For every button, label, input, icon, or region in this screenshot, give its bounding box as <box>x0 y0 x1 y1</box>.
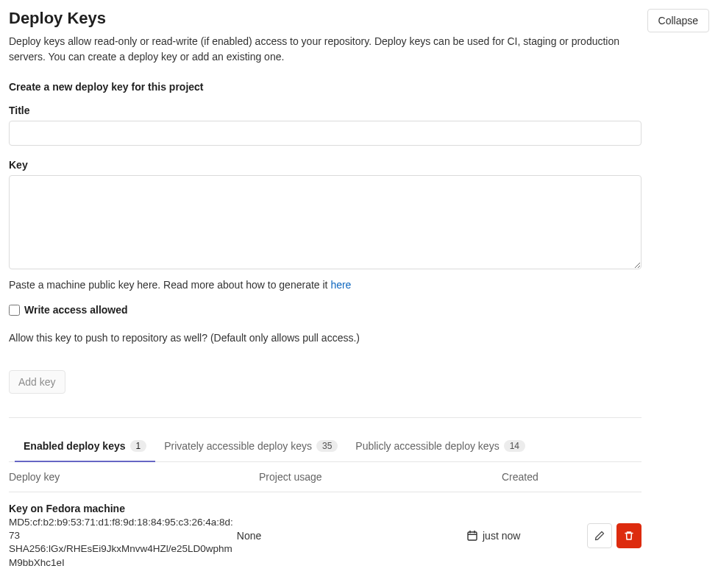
trash-icon <box>623 530 635 542</box>
svg-rect-0 <box>468 532 477 540</box>
key-md5: MD5:cf:b2:b9:53:71:d1:f8:9d:18:84:95:c3:… <box>9 516 237 542</box>
title-input[interactable] <box>9 121 641 146</box>
key-info-cell: Key on Fedora machine MD5:cf:b2:b9:53:71… <box>9 503 237 570</box>
tab-label: Publicly accessible deploy keys <box>355 440 499 452</box>
key-sha256: SHA256:lGx/RHEsEi9JkxMnvw4HZl/e25LD0wphm… <box>9 542 237 569</box>
tab-label: Enabled deploy keys <box>24 440 126 452</box>
write-access-label: Write access allowed <box>24 304 128 316</box>
tab-label: Privately accessible deploy keys <box>164 440 312 452</box>
key-textarea[interactable] <box>9 175 641 269</box>
tab-enabled[interactable]: Enabled deploy keys 1 <box>15 431 155 462</box>
key-help-text: Paste a machine public key here. Read mo… <box>9 279 641 291</box>
title-label: Title <box>9 105 641 116</box>
usage-cell: None <box>237 530 371 542</box>
actions-cell <box>587 523 641 548</box>
col-header-usage: Project usage <box>259 471 406 483</box>
tab-count-badge: 14 <box>504 440 525 452</box>
edit-button[interactable] <box>587 523 612 548</box>
form-heading: Create a new deploy key for this project <box>9 81 709 93</box>
table-row: Key on Fedora machine MD5:cf:b2:b9:53:71… <box>9 492 641 580</box>
calendar-icon <box>466 530 478 542</box>
tab-count-badge: 35 <box>316 440 338 452</box>
write-access-hint: Allow this key to push to repository as … <box>9 332 641 344</box>
tab-count-badge: 1 <box>130 440 147 452</box>
tab-private[interactable]: Privately accessible deploy keys 35 <box>155 431 346 462</box>
tab-public[interactable]: Publicly accessible deploy keys 14 <box>346 431 534 462</box>
col-header-created: Created <box>502 471 634 483</box>
write-access-checkbox[interactable] <box>9 305 20 316</box>
key-title: Key on Fedora machine <box>9 503 237 514</box>
help-text-prefix: Paste a machine public key here. Read mo… <box>9 279 330 291</box>
created-text: just now <box>483 530 520 542</box>
page-title: Deploy Keys <box>9 9 106 28</box>
col-header-key: Deploy key <box>9 471 259 483</box>
add-key-button[interactable]: Add key <box>9 370 65 394</box>
page-description: Deploy keys allow read-only or read-writ… <box>9 34 634 65</box>
collapse-button[interactable]: Collapse <box>647 9 709 32</box>
table-header-row: Deploy key Project usage Created <box>9 462 641 492</box>
pencil-icon <box>594 530 605 542</box>
key-label: Key <box>9 159 641 171</box>
tabs-container: Enabled deploy keys 1 Privately accessib… <box>9 431 641 462</box>
divider <box>9 417 641 418</box>
delete-button[interactable] <box>616 523 641 548</box>
created-cell: just now <box>466 530 587 542</box>
help-link[interactable]: here <box>330 279 351 291</box>
